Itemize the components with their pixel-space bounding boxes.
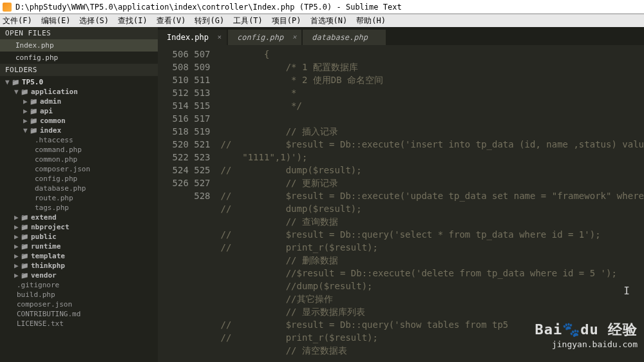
tree-item[interactable]: .htaccess xyxy=(0,135,158,145)
menu-item[interactable]: 文件(F) xyxy=(3,15,32,26)
code-lines[interactable]: { /* 1 配置数据库 * 2 使用DB 命名空间 * */ // 插入记录 … xyxy=(217,45,644,362)
menu-bar[interactable]: 文件(F)编辑(E)选择(S)查找(I)查看(V)转到(G)工具(T)项目(P)… xyxy=(0,14,644,27)
tab[interactable]: config.php× xyxy=(228,30,301,45)
menu-item[interactable]: 项目(P) xyxy=(272,15,301,26)
tree-item[interactable]: ▶common xyxy=(0,116,158,126)
menu-item[interactable]: 查看(V) xyxy=(156,15,186,26)
tree-item[interactable]: ▶template xyxy=(0,251,158,261)
tree-item[interactable]: ▼index xyxy=(0,126,158,135)
line-gutter: 506 507 508 509 510 511 512 513 514 515 … xyxy=(158,45,217,362)
close-icon[interactable]: × xyxy=(292,33,297,41)
app-icon xyxy=(3,3,12,12)
open-file-item[interactable]: Index.php xyxy=(0,39,158,52)
tree-item[interactable]: database.php xyxy=(0,184,158,193)
title-bar: D:\phpStudy\WWW\TP5.0\application\index\… xyxy=(0,0,644,14)
tab[interactable]: Index.php× xyxy=(158,30,227,45)
menu-item[interactable]: 工具(T) xyxy=(233,15,263,26)
tab-bar: Index.php×config.php×database.php xyxy=(158,27,644,45)
menu-item[interactable]: 编辑(E) xyxy=(41,15,71,26)
open-files-header: OPEN FILES xyxy=(0,27,158,39)
menu-item[interactable]: 查找(I) xyxy=(118,15,147,26)
sidebar: OPEN FILES Index.php config.php FOLDERS … xyxy=(0,27,158,362)
tree-item[interactable]: build.php xyxy=(0,290,158,300)
tree-item[interactable]: composer.json xyxy=(0,300,158,309)
tree-item[interactable]: command.php xyxy=(0,145,158,155)
tree-item[interactable]: .gitignore xyxy=(0,280,158,290)
menu-item[interactable]: 帮助(H) xyxy=(356,15,386,26)
tree-item[interactable]: config.php xyxy=(0,174,158,184)
tree-item[interactable]: common.php xyxy=(0,155,158,164)
text-cursor-icon: I xyxy=(623,285,630,297)
tab[interactable]: database.php xyxy=(303,30,386,45)
tree-item[interactable]: ▶api xyxy=(0,106,158,116)
menu-item[interactable]: 选择(S) xyxy=(79,15,109,26)
menu-item[interactable]: 首选项(N) xyxy=(310,15,348,26)
menu-item[interactable]: 转到(G) xyxy=(194,15,224,26)
window-title: D:\phpStudy\WWW\TP5.0\application\index\… xyxy=(15,3,402,12)
tree-item[interactable]: composer.json xyxy=(0,164,158,174)
editor-area: Index.php×config.php×database.php 506 50… xyxy=(158,27,644,362)
tree-item[interactable]: ▶extend xyxy=(0,213,158,222)
tree-item[interactable]: ▶runtime xyxy=(0,242,158,251)
tree-item[interactable]: ▶vendor xyxy=(0,271,158,280)
close-icon[interactable]: × xyxy=(217,33,222,41)
open-file-item[interactable]: config.php xyxy=(0,52,158,64)
code-view[interactable]: 506 507 508 509 510 511 512 513 514 515 … xyxy=(158,45,644,362)
tree-item[interactable]: ▼TP5.0 xyxy=(0,77,158,87)
tree-item[interactable]: ▶admin xyxy=(0,97,158,106)
tree-item[interactable]: LICENSE.txt xyxy=(0,319,158,329)
tree-item[interactable]: ▶thinkphp xyxy=(0,261,158,271)
tree-item[interactable]: tags.php xyxy=(0,203,158,213)
folders-header: FOLDERS xyxy=(0,64,158,76)
tree-item[interactable]: ▼application xyxy=(0,87,158,97)
tree-item[interactable]: ▶public xyxy=(0,232,158,242)
tree-item[interactable]: route.php xyxy=(0,193,158,203)
tree-item[interactable]: ▶nbproject xyxy=(0,222,158,232)
tree-item[interactable]: CONTRIBUTING.md xyxy=(0,309,158,319)
